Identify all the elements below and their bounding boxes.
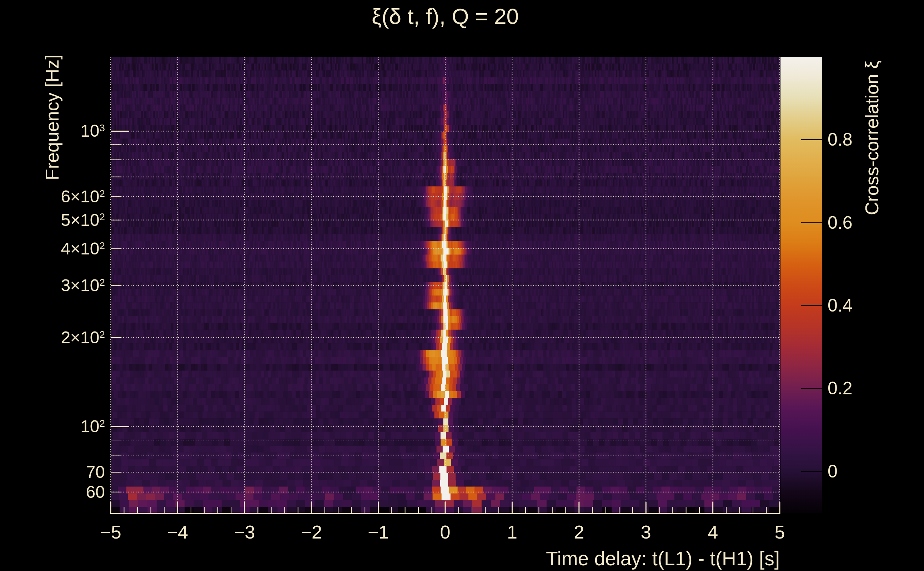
x-tick-label: 0 bbox=[417, 521, 474, 543]
colorbar-tick-label: 0 bbox=[828, 460, 906, 483]
heatmap-canvas bbox=[0, 0, 924, 571]
x-tick-label: 5 bbox=[751, 521, 808, 543]
x-tick-label: −4 bbox=[149, 521, 206, 543]
y-tick-label: 103 bbox=[0, 120, 105, 142]
x-tick-label: −1 bbox=[350, 521, 407, 543]
y-tick-label: 3×102 bbox=[0, 275, 105, 296]
y-tick-label: 6×102 bbox=[0, 185, 105, 208]
x-tick-label: −2 bbox=[283, 521, 340, 543]
x-tick-label: 1 bbox=[484, 521, 541, 543]
figure: ξ(δ t, f), Q = 20 Frequency [Hz] Time de… bbox=[0, 0, 924, 571]
y-tick-label: 102 bbox=[0, 415, 105, 438]
colorbar-tick-label: 0.2 bbox=[828, 377, 906, 399]
x-tick-label: 3 bbox=[617, 521, 674, 543]
x-tick-label: 4 bbox=[685, 521, 742, 543]
y-tick-label: 60 bbox=[0, 481, 105, 503]
chart-title: ξ(δ t, f), Q = 20 bbox=[111, 3, 780, 29]
y-tick-label: 70 bbox=[0, 461, 105, 483]
colorbar-tick-label: 0.6 bbox=[828, 211, 906, 234]
colorbar-tick-label: 0.4 bbox=[828, 295, 906, 316]
y-tick-label: 4×102 bbox=[0, 238, 105, 260]
colorbar-tick-label: 0.8 bbox=[828, 128, 906, 151]
y-tick-label: 2×102 bbox=[0, 327, 105, 349]
x-tick-label: −3 bbox=[216, 521, 273, 543]
y-tick-label: 5×102 bbox=[0, 209, 105, 231]
x-tick-label: 2 bbox=[550, 521, 608, 543]
y-axis-title: Frequency [Hz] bbox=[42, 54, 63, 180]
x-axis-title: Time delay: t(L1) - t(H1) [s] bbox=[111, 547, 780, 570]
x-tick-label: −5 bbox=[82, 521, 139, 543]
